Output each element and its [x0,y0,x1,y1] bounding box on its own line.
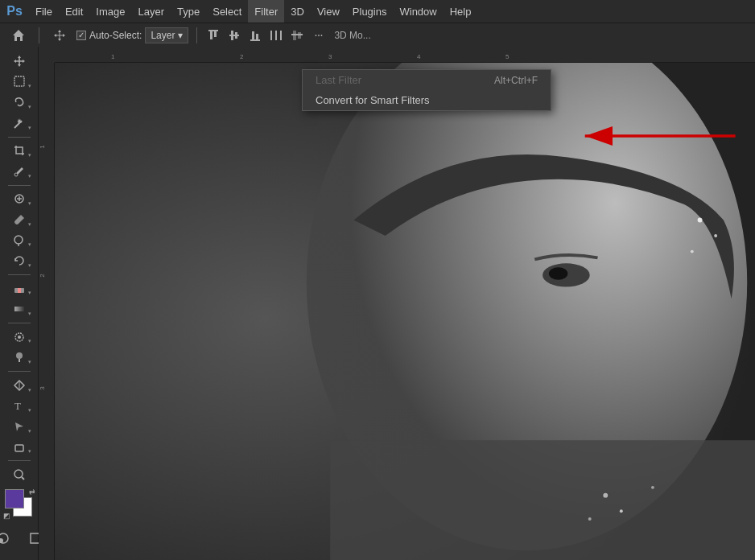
eraser-tool[interactable] [5,279,34,299]
magic-wand-tool[interactable] [5,113,34,133]
menu-window[interactable]: Window [393,0,443,23]
svg-rect-9 [270,31,272,40]
red-arrow-svg [578,120,739,152]
menu-view[interactable]: View [311,0,346,23]
eyedropper-tool[interactable] [5,162,34,181]
ruler-vertical: 1 2 3 [39,63,55,560]
menu-item-convert-for-smart-filters[interactable]: Convert for Smart Filters [303,90,551,110]
gradient-tool[interactable] [5,299,34,319]
svg-point-46 [714,234,717,237]
svg-rect-8 [256,34,258,39]
color-swatches: ⇄ ◩ [5,489,34,518]
ruler-h-label-4: 4 [417,53,420,60]
shape-tool[interactable] [5,438,34,457]
svg-point-31 [14,470,23,478]
svg-rect-1 [210,31,212,39]
layer-dropdown-label: Layer [151,30,175,41]
move-tool-options[interactable] [47,27,72,44]
menu-filter[interactable]: Filter [248,0,284,23]
lasso-tool[interactable] [5,93,34,112]
ruler-h-label-1: 1 [111,53,114,60]
auto-select-group: Auto-Select: Layer ▾ [76,27,188,43]
svg-rect-14 [298,32,301,39]
auto-select-checkbox[interactable] [76,31,86,40]
brush-tool[interactable] [5,210,34,229]
text-tool[interactable]: T [5,397,34,416]
svg-point-45 [698,218,703,223]
svg-point-26 [18,336,21,339]
home-icon [11,28,26,43]
move-tool[interactable] [5,51,34,71]
ruler-h-label-5: 5 [505,53,509,60]
tools-divider-5 [8,371,31,372]
history-brush-tool[interactable] [5,251,34,270]
svg-rect-13 [293,31,296,40]
tools-divider-2 [8,185,31,186]
home-button[interactable] [6,27,31,44]
menu-edit[interactable]: Edit [59,0,89,23]
svg-rect-11 [280,31,282,40]
svg-rect-15 [14,76,24,86]
auto-select-label: Auto-Select: [89,30,142,41]
zoom-tool[interactable] [5,465,34,484]
menu-file[interactable]: File [29,0,59,23]
distribute-center-button[interactable] [289,27,305,43]
menu-item-last-filter: Last FilterAlt+Ctrl+F [303,70,551,90]
svg-rect-30 [15,445,23,451]
menu-type[interactable]: Type [171,0,206,23]
align-center-v-button[interactable] [226,27,242,43]
svg-rect-38 [330,440,755,560]
svg-rect-5 [235,32,237,39]
more-icon: ··· [314,28,322,43]
toolbar-divider-1 [39,27,39,43]
path-select-tool[interactable] [5,417,34,436]
svg-point-17 [14,173,18,176]
main-layout: T ⇄ ◩ [0,47,755,560]
menu-3d[interactable]: 3D [284,0,311,23]
ruler-h-label-2: 2 [240,53,243,60]
ruler-corner [39,47,55,63]
svg-rect-0 [208,30,218,31]
app-logo: Ps [3,0,26,23]
more-options-button[interactable]: ··· [310,27,326,43]
svg-line-32 [22,477,24,480]
move-icon [52,28,67,43]
tools-divider-1 [8,137,31,138]
svg-rect-3 [229,35,239,36]
svg-point-41 [620,509,623,513]
menu-plugins[interactable]: Plugins [346,0,394,23]
align-bottom-button[interactable] [247,27,263,43]
selection-tool[interactable] [5,72,34,92]
filter-dropdown-menu: Last FilterAlt+Ctrl+FConvert for Smart F… [302,69,551,111]
ruler-v-label-1: 1 [39,145,46,148]
menu-help[interactable]: Help [444,0,478,23]
align-top-button[interactable] [205,27,221,43]
svg-point-27 [16,352,23,359]
fg-color-swatch[interactable] [5,489,24,509]
menu-image[interactable]: Image [89,0,131,23]
ruler-h-label-3: 3 [328,53,332,60]
svg-rect-2 [214,31,217,37]
mode-label: 3D Mo... [334,30,370,41]
healing-brush-tool[interactable] [5,189,34,208]
dodge-tool[interactable] [5,348,34,367]
blur-tool[interactable] [5,327,34,347]
default-colors-icon[interactable]: ◩ [3,512,10,520]
svg-point-21 [14,236,23,244]
clone-stamp-tool[interactable] [5,231,34,250]
svg-point-44 [549,267,567,280]
menu-select[interactable]: Select [206,0,248,23]
red-arrow-annotation [578,120,739,154]
crop-tool[interactable] [5,141,34,160]
quick-mask-button[interactable] [0,526,18,550]
layer-dropdown[interactable]: Layer ▾ [145,27,188,43]
svg-point-39 [603,493,608,498]
menu-layer[interactable]: Layer [132,0,171,23]
pen-tool[interactable] [5,376,34,395]
svg-rect-24 [14,307,24,311]
tools-panel: T ⇄ ◩ [0,47,39,560]
svg-point-40 [588,517,592,521]
menu-item-shortcut: Alt+Ctrl+F [494,75,538,86]
switch-colors-icon[interactable]: ⇄ [29,488,35,496]
distribute-left-button[interactable] [268,27,284,43]
